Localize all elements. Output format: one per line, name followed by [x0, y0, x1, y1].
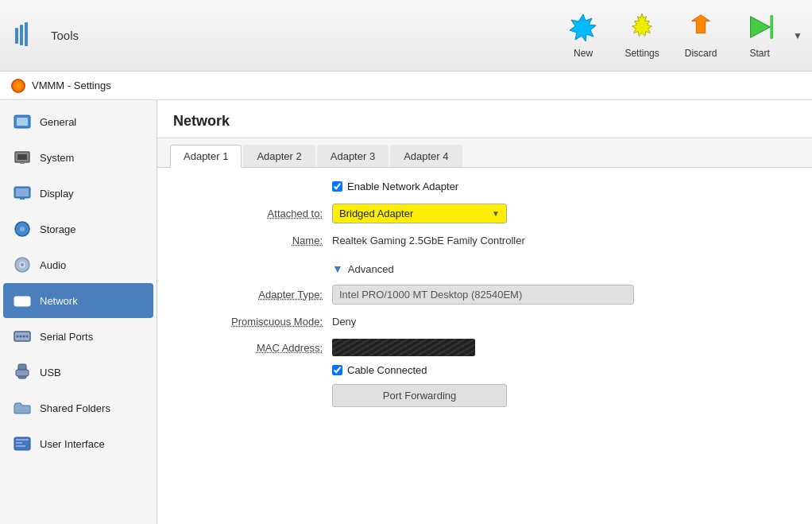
sidebar-item-usb[interactable]: USB: [3, 355, 153, 390]
form-content: Enable Network Adapter Attached to: Brid…: [157, 168, 812, 428]
settings-button[interactable]: Settings: [613, 4, 671, 68]
tab-adapter4[interactable]: Adapter 4: [390, 145, 462, 167]
svg-rect-2: [25, 22, 28, 46]
tools-icon: [13, 20, 44, 52]
dropdown-arrow-icon: ▼: [492, 209, 500, 218]
tab-adapter1[interactable]: Adapter 1: [170, 145, 242, 168]
usb-icon: [13, 363, 32, 382]
shared-folders-icon: [13, 398, 32, 417]
svg-rect-24: [25, 299, 28, 301]
enable-adapter-checkbox[interactable]: [332, 181, 342, 192]
enable-adapter-label[interactable]: Enable Network Adapter: [332, 180, 458, 192]
svg-rect-31: [16, 370, 29, 376]
svg-point-26: [17, 336, 19, 338]
svg-point-29: [26, 336, 29, 338]
user-interface-icon: [13, 434, 32, 453]
attached-to-dropdown[interactable]: Bridged Adapter ▼: [332, 204, 507, 223]
vm-icon: [11, 79, 25, 93]
sidebar-shared-label: Shared Folders: [40, 402, 110, 414]
svg-point-20: [21, 263, 24, 266]
svg-point-27: [20, 336, 22, 338]
advanced-label: Advanced: [348, 263, 394, 275]
tabs: Adapter 1 Adapter 2 Adapter 3 Adapter 4: [157, 138, 812, 168]
audio-icon: [13, 255, 32, 274]
tab-adapter2[interactable]: Adapter 2: [243, 145, 315, 167]
cable-connected-row: Cable Connected: [173, 364, 796, 376]
sidebar-item-serial-ports[interactable]: Serial Ports: [3, 319, 153, 354]
sidebar-item-network[interactable]: Network: [3, 283, 153, 318]
cable-connected-label[interactable]: Cable Connected: [332, 364, 427, 376]
new-icon: [567, 13, 599, 45]
svg-rect-9: [17, 118, 28, 126]
discard-button[interactable]: Discard: [672, 4, 729, 68]
sidebar-item-display[interactable]: Display: [3, 176, 153, 211]
svg-rect-21: [14, 297, 30, 306]
cable-connected-checkbox[interactable]: [332, 365, 342, 375]
tools-section: Tools: [6, 20, 555, 52]
breadcrumb-text: VMMM - Settings: [32, 80, 111, 91]
new-label: New: [574, 48, 593, 59]
start-label: Start: [749, 48, 769, 59]
general-icon: [13, 112, 32, 131]
adapter-type-row: Adapter Type: Intel PRO/1000 MT Desktop …: [173, 285, 796, 305]
adapter-type-label: Adapter Type:: [173, 289, 332, 301]
attached-to-row: Attached to: Bridged Adapter ▼: [173, 204, 796, 223]
svg-point-28: [23, 336, 25, 338]
svg-marker-5: [692, 15, 710, 33]
svg-rect-35: [16, 445, 25, 447]
promiscuous-row: Promiscuous Mode: Deny: [173, 312, 796, 331]
promiscuous-label: Promiscuous Mode:: [173, 316, 332, 328]
sidebar-audio-label: Audio: [40, 259, 66, 271]
content-area: Network Adapter 1 Adapter 2 Adapter 3 Ad…: [157, 100, 812, 524]
sidebar-item-user-interface[interactable]: User Interface: [3, 426, 153, 461]
sidebar-storage-label: Storage: [40, 223, 76, 235]
storage-icon: [13, 219, 32, 239]
sidebar-network-label: Network: [40, 295, 78, 307]
sidebar-ui-label: User Interface: [40, 438, 105, 450]
new-button[interactable]: New: [555, 4, 612, 68]
svg-rect-12: [20, 162, 25, 164]
sidebar-item-general[interactable]: General: [3, 104, 153, 139]
svg-marker-6: [751, 17, 771, 38]
svg-rect-11: [17, 154, 27, 160]
main-layout: General System Display Storage Audio: [0, 100, 812, 524]
advanced-arrow-icon: ▼: [332, 262, 343, 275]
start-button[interactable]: Start: [731, 4, 788, 68]
settings-label: Settings: [624, 48, 659, 59]
sidebar-item-audio[interactable]: Audio: [3, 247, 153, 282]
svg-marker-3: [570, 14, 596, 41]
attached-to-label: Attached to:: [173, 208, 332, 219]
svg-rect-22: [17, 299, 20, 301]
discard-label: Discard: [685, 48, 717, 59]
content-title: Network: [173, 113, 230, 129]
port-forwarding-button[interactable]: Port Forwarding: [332, 384, 507, 407]
breadcrumb: VMMM - Settings: [0, 72, 812, 100]
name-value: Realtek Gaming 2.5GbE Family Controller: [332, 231, 525, 250]
sidebar-general-label: General: [40, 116, 76, 128]
attached-to-control: Bridged Adapter ▼: [332, 204, 507, 223]
svg-rect-23: [21, 299, 24, 301]
advanced-toggle[interactable]: ▼ Advanced: [173, 258, 796, 280]
mac-address-row: MAC Address:: [173, 339, 796, 356]
sidebar-item-storage[interactable]: Storage: [3, 212, 153, 246]
sidebar-display-label: Display: [40, 188, 74, 200]
sidebar-usb-label: USB: [40, 367, 61, 378]
name-label: Name:: [173, 235, 332, 246]
promiscuous-value: Deny: [332, 312, 356, 331]
start-dropdown-arrow[interactable]: ▼: [790, 30, 806, 41]
start-icon: [744, 12, 775, 45]
sidebar-item-shared-folders[interactable]: Shared Folders: [3, 390, 153, 425]
toolbar: Tools New Settings: [0, 0, 812, 72]
system-icon: [13, 148, 32, 167]
svg-rect-14: [16, 188, 29, 196]
content-header: Network: [157, 100, 812, 138]
svg-point-17: [20, 227, 25, 231]
enable-adapter-row: Enable Network Adapter: [173, 180, 796, 192]
svg-rect-0: [15, 28, 18, 44]
adapter-type-field[interactable]: Intel PRO/1000 MT Desktop (82540EM): [332, 285, 634, 305]
network-icon: [13, 291, 32, 310]
tools-label: Tools: [51, 29, 79, 42]
tab-adapter3[interactable]: Adapter 3: [317, 145, 389, 167]
sidebar-item-system[interactable]: System: [3, 140, 153, 175]
svg-rect-34: [16, 442, 22, 444]
